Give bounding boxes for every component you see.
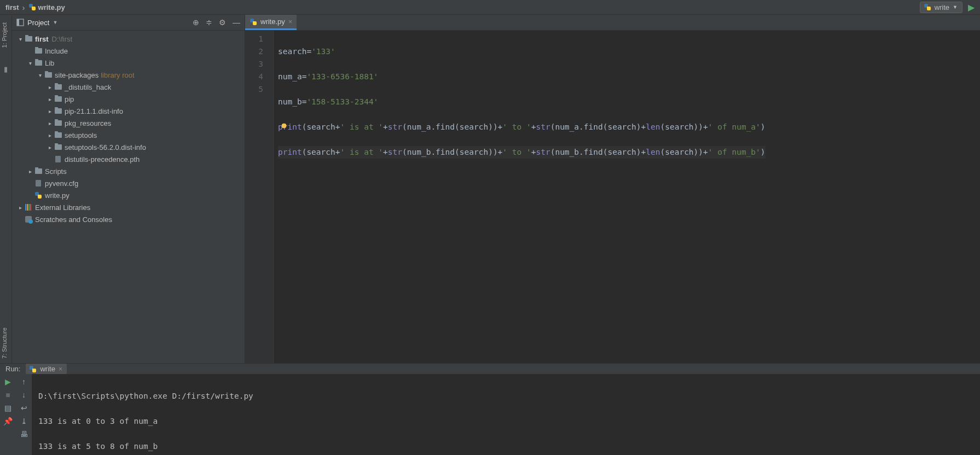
chevron-right-icon: ▸ xyxy=(46,144,54,150)
chevron-down-icon: ▾ xyxy=(16,36,24,42)
pin-icon[interactable]: 📌 xyxy=(3,417,13,425)
rerun-button[interactable]: ▶ xyxy=(5,377,11,386)
tree-item[interactable]: ▸ setuptools-56.2.0.dist-info xyxy=(12,141,245,153)
code-line[interactable]: print(search+' is at '+str(num_b.find(se… xyxy=(278,146,766,159)
breadcrumb-project[interactable]: first xyxy=(5,3,19,11)
chevron-right-icon: ▸ xyxy=(46,108,54,114)
tree-item[interactable]: ▸ _distutils_hack xyxy=(12,81,245,93)
sidebar-tab-project[interactable]: 1: Project xyxy=(0,18,11,52)
code-line[interactable]: print(search+' is at '+str(num_a.find(se… xyxy=(278,121,766,133)
tree-item-scripts[interactable]: ▸ Scripts xyxy=(12,165,245,177)
editor-tab-label: write.py xyxy=(260,18,285,26)
tree-label: distutils-precedence.pth xyxy=(65,155,140,164)
code-line[interactable]: num_b='158-5133-2344' xyxy=(278,96,766,108)
folder-icon xyxy=(24,36,33,42)
tree-item-pyvenv[interactable]: pyvenv.cfg xyxy=(12,177,245,189)
output-line: 133 is at 5 to 8 of num_b xyxy=(38,440,980,453)
folder-icon xyxy=(34,168,43,174)
up-icon[interactable]: ↑ xyxy=(22,377,26,386)
hide-icon[interactable]: — xyxy=(233,18,240,27)
python-file-icon xyxy=(34,191,43,199)
run-config-selector[interactable]: write ▼ xyxy=(920,2,962,13)
folder-icon xyxy=(34,48,43,54)
project-view-icon[interactable] xyxy=(16,19,24,26)
close-icon[interactable]: × xyxy=(59,365,62,373)
locate-icon[interactable]: ⊕ xyxy=(193,18,199,27)
run-side-toolbar: ▶ ■ ▤ 📌 ↑ ↓ ↩ ⤓ 🖶 xyxy=(0,374,32,455)
layout-icon[interactable]: ▤ xyxy=(4,404,11,412)
tree-item[interactable]: distutils-precedence.pth xyxy=(12,153,245,165)
output-line: D:\first\Scripts\python.exe D:/first/wri… xyxy=(38,390,980,402)
stop-button[interactable]: ■ xyxy=(5,390,10,399)
chevron-right-icon: ▸ xyxy=(46,84,54,90)
run-tool-window: Run: write × ▶ ■ ▤ 📌 ↑ ↓ ↩ ⤓ 🖶 D:\first\… xyxy=(0,363,980,455)
breadcrumb-file-label: write.py xyxy=(38,3,65,11)
settings-icon[interactable]: ⚙ xyxy=(219,18,226,27)
run-tab[interactable]: write × xyxy=(26,364,66,374)
breadcrumb-file[interactable]: write.py xyxy=(28,3,65,11)
bookmark-icon[interactable]: ▮ xyxy=(0,63,11,75)
python-file-icon xyxy=(924,3,931,11)
tree-item[interactable]: ▸ pip xyxy=(12,93,245,105)
tree-root-name: first xyxy=(35,35,49,43)
libraries-icon xyxy=(24,204,33,211)
tree-item-include[interactable]: Include xyxy=(12,45,245,57)
folder-icon xyxy=(54,120,62,126)
tree-label: Include xyxy=(45,47,68,55)
tree-item[interactable]: ▸ pkg_resources xyxy=(12,117,245,129)
sidebar-tab-structure[interactable]: 7: Structure xyxy=(0,323,11,363)
code[interactable]: search='133' num_a='133-6536-1881' num_b… xyxy=(274,31,766,363)
tree-item-lib[interactable]: ▾ Lib xyxy=(12,57,245,69)
tree-root-path: D:\first xyxy=(52,35,73,43)
tree-item[interactable]: ▸ setuptools xyxy=(12,129,245,141)
tree-label: _distutils_hack xyxy=(65,83,111,91)
line-number: 2 xyxy=(245,45,263,58)
tree-item[interactable]: ▸ pip-21.1.1.dist-info xyxy=(12,105,245,117)
project-panel-title: Project xyxy=(27,19,49,27)
chevron-down-icon: ▾ xyxy=(26,60,34,66)
run-output[interactable]: D:\first\Scripts\python.exe D:/first/wri… xyxy=(32,374,980,455)
tree-item-site-packages[interactable]: ▾ site-packages library root xyxy=(12,69,245,81)
close-icon[interactable]: × xyxy=(288,18,293,26)
expand-all-icon[interactable]: ≑ xyxy=(206,18,212,27)
line-number: 5 xyxy=(245,83,263,96)
project-panel: Project ▼ ⊕ ≑ ⚙ — ▾ first D:\first Inclu… xyxy=(12,15,245,363)
tree-item-external-libraries[interactable]: ▸ External Libraries xyxy=(12,201,245,213)
chevron-down-icon[interactable]: ▼ xyxy=(53,20,57,25)
file-icon xyxy=(54,156,62,162)
svg-rect-1 xyxy=(17,19,19,26)
tree-label: pyvenv.cfg xyxy=(45,179,78,188)
tree-root[interactable]: ▾ first D:\first xyxy=(12,33,245,45)
run-tab-label: write xyxy=(40,365,55,373)
scroll-end-icon[interactable]: ⤓ xyxy=(21,417,27,425)
tree-label: Scratches and Consoles xyxy=(35,215,112,224)
editor-tab-writepy[interactable]: write.py × xyxy=(245,15,297,30)
tree-label: setuptools-56.2.0.dist-info xyxy=(65,143,146,151)
tree-item-writepy[interactable]: write.py xyxy=(12,189,245,201)
code-line[interactable]: num_a='133-6536-1881' xyxy=(278,71,766,83)
folder-icon xyxy=(54,108,62,114)
intention-bulb-icon[interactable] xyxy=(281,122,287,129)
run-button[interactable]: ▶ xyxy=(968,2,975,13)
soft-wrap-icon[interactable]: ↩ xyxy=(21,404,27,412)
tree-label: pkg_resources xyxy=(65,119,111,127)
tree-item-scratches[interactable]: Scratches and Consoles xyxy=(12,213,245,225)
tree-label: Lib xyxy=(45,59,54,67)
code-line[interactable]: search='133' xyxy=(278,45,766,58)
chevron-right-icon: › xyxy=(22,3,25,12)
project-tree: ▾ first D:\first Include ▾ Lib ▾ site-pa… xyxy=(12,31,245,228)
down-icon[interactable]: ↓ xyxy=(22,390,26,399)
run-label: Run: xyxy=(5,365,20,373)
editor-body[interactable]: 1 2 3 4 5 search='133' num_a='133-6536-1… xyxy=(245,31,980,363)
folder-icon xyxy=(44,72,53,78)
python-file-icon xyxy=(28,3,36,11)
chevron-down-icon: ▼ xyxy=(953,4,958,10)
tree-label: setuptools xyxy=(65,131,97,139)
chevron-down-icon: ▾ xyxy=(36,72,44,78)
left-tool-strip: 1: Project ▮ 7: Structure xyxy=(0,15,12,363)
run-tool-header: Run: write × xyxy=(0,364,980,374)
tree-label: pip-21.1.1.dist-info xyxy=(65,107,123,115)
folder-icon xyxy=(54,84,62,90)
print-icon[interactable]: 🖶 xyxy=(20,430,28,439)
tree-label: Scripts xyxy=(45,167,67,176)
